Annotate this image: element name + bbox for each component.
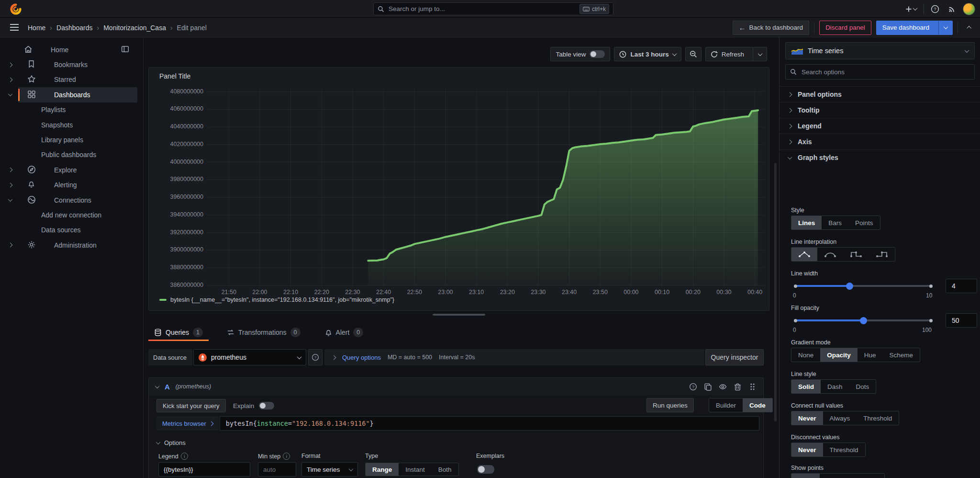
sidebar-item-connections[interactable]: Connections: [0, 193, 143, 207]
options-search-input[interactable]: [801, 68, 970, 76]
hide-query-icon[interactable]: [719, 383, 727, 391]
chart-legend[interactable]: bytesIn {__name__="bytesIn", instance="1…: [159, 296, 394, 303]
tab-queries[interactable]: Queries1: [148, 324, 209, 341]
legend-field-input[interactable]: [158, 462, 250, 477]
user-avatar[interactable]: [963, 3, 975, 15]
interpolation-linear-icon[interactable]: [791, 248, 817, 261]
sidebar-item-snapshots[interactable]: Snapshots: [0, 117, 143, 132]
run-queries-button[interactable]: Run queries: [646, 398, 694, 412]
sidebar-item-home[interactable]: Home: [0, 42, 143, 57]
help-button[interactable]: ?: [929, 3, 941, 15]
options-section-axis[interactable]: Axis: [780, 134, 980, 149]
scrollbar-thumb[interactable]: [774, 163, 777, 421]
query-type-option-both[interactable]: Both: [432, 463, 458, 476]
sidebar-item-dashboards[interactable]: Dashboards: [0, 87, 143, 102]
line-width-slider[interactable]: [794, 282, 933, 290]
promql-code-editor[interactable]: bytesIn{instance="192.168.0.134:9116"}: [220, 416, 759, 431]
query-row-header[interactable]: A (prometheus) ?: [149, 378, 763, 395]
gradient-mode-option-none[interactable]: None: [791, 348, 820, 362]
gradient-mode-option-scheme[interactable]: Scheme: [883, 348, 920, 362]
connect-null-option-threshold[interactable]: Threshold: [857, 411, 899, 425]
news-button[interactable]: [946, 3, 958, 15]
min-step-input[interactable]: [258, 462, 296, 477]
panel-title[interactable]: Panel Title: [159, 72, 190, 80]
disconnect-option-never[interactable]: Never: [791, 443, 823, 456]
query-type-option-instant[interactable]: Instant: [399, 463, 432, 476]
options-section-tooltip[interactable]: Tooltip: [780, 102, 980, 118]
chevron-right-icon[interactable]: [8, 182, 13, 187]
query-options-header[interactable]: Options: [156, 439, 186, 446]
kick-start-query-button[interactable]: Kick start your query: [156, 399, 226, 412]
show-points-option-never[interactable]: Never: [854, 474, 884, 478]
tab-alert[interactable]: Alert0: [319, 324, 369, 341]
style-option-points[interactable]: Points: [848, 216, 880, 229]
breadcrumb-item-monitorizacion-casa[interactable]: Monitorizacion_Casa: [103, 24, 166, 32]
sidebar-item-alerting[interactable]: Alerting: [0, 178, 143, 193]
tab-transformations[interactable]: Transformations0: [221, 324, 306, 341]
gradient-mode-option-hue[interactable]: Hue: [858, 348, 883, 362]
query-type-option-range[interactable]: Range: [366, 463, 399, 476]
chevron-right-icon[interactable]: [8, 62, 13, 67]
interpolation-smooth-icon[interactable]: [817, 248, 843, 261]
chevron-right-icon[interactable]: [8, 78, 13, 82]
chevron-down-icon[interactable]: [8, 197, 13, 202]
add-new-button[interactable]: [903, 3, 919, 15]
grafana-logo-icon[interactable]: [10, 3, 22, 15]
line-width-value[interactable]: 4: [946, 279, 977, 293]
editor-mode-option-builder[interactable]: Builder: [709, 398, 743, 412]
options-search[interactable]: [785, 64, 975, 80]
metrics-browser-button[interactable]: Metrics browser: [156, 416, 219, 431]
global-search[interactable]: ctrl+k: [373, 2, 613, 15]
options-section-panel-options[interactable]: Panel options: [780, 86, 980, 102]
editor-mode-option-code[interactable]: Code: [743, 398, 772, 412]
time-series-chart[interactable]: [207, 89, 764, 286]
dock-menu-icon[interactable]: [121, 45, 130, 54]
query-options-collapse[interactable]: Query options MD = auto = 500 Interval =…: [324, 349, 704, 365]
back-to-dashboard-button[interactable]: ← Back to dashboard: [733, 21, 810, 35]
chevron-down-icon[interactable]: [8, 91, 13, 96]
search-input[interactable]: [388, 5, 576, 13]
visualization-picker[interactable]: Time series: [785, 42, 975, 59]
breadcrumb-item-home[interactable]: Home: [28, 24, 45, 32]
sidebar-item-add-new-connection[interactable]: Add new connection: [0, 207, 143, 222]
zoom-out-button[interactable]: [685, 47, 702, 61]
connect-null-option-always[interactable]: Always: [823, 411, 857, 425]
datasource-picker[interactable]: prometheus: [193, 349, 306, 365]
discard-panel-button[interactable]: Discard panel: [819, 21, 871, 35]
menu-toggle-button[interactable]: [10, 23, 19, 31]
datasource-help-button[interactable]: ?: [308, 349, 323, 365]
sidebar-item-library-panels[interactable]: Library panels: [0, 132, 143, 147]
sidebar-item-administration[interactable]: Administration: [0, 238, 143, 252]
save-dropdown-chevron[interactable]: [938, 21, 952, 34]
show-points-option-auto[interactable]: Auto: [791, 474, 820, 478]
sidebar-item-playlists[interactable]: Playlists: [0, 102, 143, 117]
sidebar-item-public-dashboards[interactable]: Public dashboards: [0, 148, 143, 162]
interpolation-step-after-icon[interactable]: [869, 248, 895, 261]
options-section-legend[interactable]: Legend: [780, 118, 980, 134]
legend-series-label[interactable]: bytesIn {__name__="bytesIn", instance="1…: [170, 296, 394, 303]
time-range-picker[interactable]: Last 3 hours: [614, 47, 681, 61]
options-section-graph-styles[interactable]: Graph styles: [780, 149, 980, 165]
connect-null-option-never[interactable]: Never: [791, 411, 823, 425]
gradient-mode-option-opacity[interactable]: Opacity: [820, 348, 858, 362]
line-style-option-dots[interactable]: Dots: [849, 380, 876, 393]
sidebar-item-data-sources[interactable]: Data sources: [0, 223, 143, 238]
line-style-option-dash[interactable]: Dash: [821, 380, 849, 393]
save-dashboard-button[interactable]: Save dashboard: [876, 21, 953, 35]
style-option-lines[interactable]: Lines: [791, 216, 822, 229]
refresh-button[interactable]: Refresh: [705, 47, 767, 61]
drag-handle-icon[interactable]: [748, 383, 757, 391]
sidebar-item-explore[interactable]: Explore: [0, 162, 143, 177]
chevron-right-icon[interactable]: [8, 243, 13, 248]
pane-splitter-handle[interactable]: [433, 314, 485, 316]
sidebar-item-bookmarks[interactable]: Bookmarks: [0, 57, 143, 72]
fill-opacity-value[interactable]: 50: [946, 313, 977, 328]
table-view-toggle[interactable]: Table view: [550, 47, 610, 61]
duplicate-query-icon[interactable]: [704, 383, 712, 391]
fill-opacity-slider[interactable]: [794, 317, 933, 324]
sidebar-item-starred[interactable]: Starred: [0, 72, 143, 87]
table-view-switch[interactable]: [590, 50, 605, 58]
interpolation-step-before-icon[interactable]: [843, 248, 869, 261]
query-inspector-button[interactable]: Query inspector: [705, 349, 764, 365]
exemplars-switch[interactable]: [477, 465, 494, 474]
